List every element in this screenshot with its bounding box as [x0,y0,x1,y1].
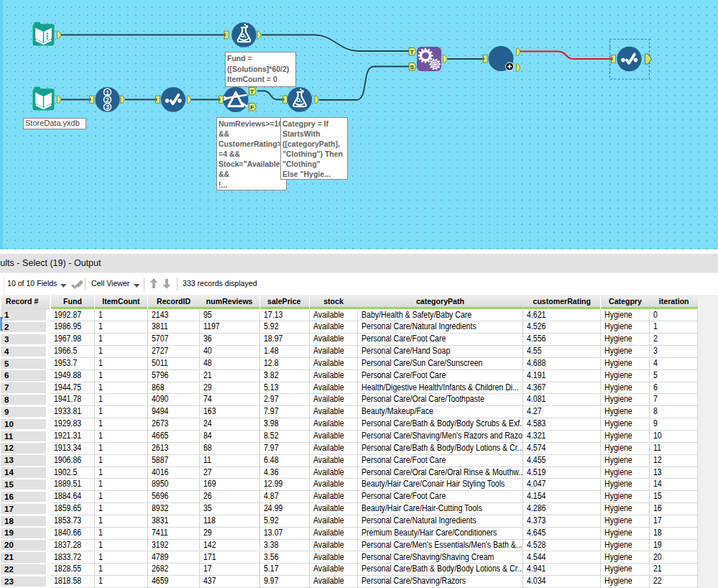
svg-text:S: S [410,64,415,70]
svg-text:2: 2 [106,96,109,104]
svg-text:T: T [410,49,414,55]
svg-text:3: 3 [106,104,109,111]
svg-text:1: 1 [106,89,109,96]
svg-text:T: T [250,88,254,95]
svg-text:F: F [250,104,254,111]
